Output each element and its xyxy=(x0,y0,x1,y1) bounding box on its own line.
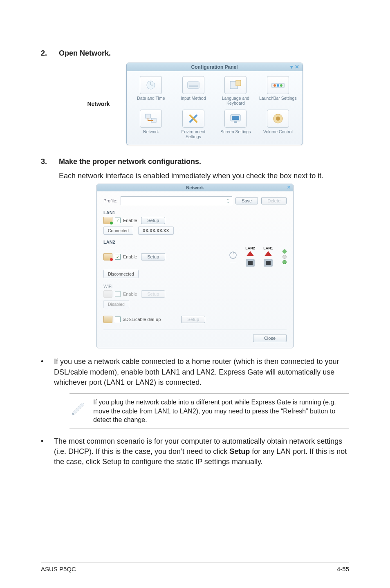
panel-label: Screen Settings xyxy=(220,129,251,134)
network-callout-label: Network xyxy=(87,101,110,107)
step-3-number: 3. xyxy=(41,157,59,166)
led-icon xyxy=(282,260,287,264)
panel-item-date-time[interactable]: Date and Time xyxy=(131,76,172,105)
delete-button[interactable]: Delete xyxy=(261,197,287,204)
svg-point-10 xyxy=(280,84,282,87)
lan1-enable-label: Enable xyxy=(123,218,137,223)
bullet-2-strong: Setup xyxy=(229,447,250,456)
lan1-ip: XX.XX.XX.XX xyxy=(138,227,174,235)
svg-marker-22 xyxy=(264,251,272,256)
launchbar-icon xyxy=(267,76,289,94)
profile-select[interactable] xyxy=(121,196,232,205)
configuration-panel-title: Configuration Panel xyxy=(191,64,238,70)
lan2-title: LAN2 xyxy=(103,240,287,245)
lan1-setup-button[interactable]: Setup xyxy=(141,217,165,224)
port-diagram: ―― LAN2 LAN1 xyxy=(229,246,287,267)
language-icon xyxy=(224,76,247,94)
wifi-title: WiFi xyxy=(103,284,287,289)
panel-item-language[interactable]: Language and Keyboard xyxy=(215,76,256,105)
clock-icon xyxy=(140,76,162,94)
close-button[interactable]: Close xyxy=(253,334,287,342)
footer-right: 4-55 xyxy=(337,566,349,572)
wifi-status: Disabled xyxy=(103,300,129,308)
panel-label: Environment Settings xyxy=(173,129,214,139)
step-3-title: Make the proper network configurations. xyxy=(59,157,201,166)
step-2-number: 2. xyxy=(41,49,59,58)
panel-label: Date and Time xyxy=(137,96,165,101)
refresh-icon[interactable] xyxy=(229,251,238,260)
callout-line xyxy=(110,104,126,104)
lan2-setup-button[interactable]: Setup xyxy=(141,253,165,260)
lan1-section: LAN1 ✓ Enable Setup Connected XX.XX.XX.X… xyxy=(103,210,287,235)
close-icon[interactable]: ✕ xyxy=(287,185,291,190)
tools-icon xyxy=(182,110,204,128)
note-text: If you plug the network cable into a dif… xyxy=(93,398,349,424)
step-2-heading: 2. Open Network. xyxy=(41,49,349,58)
svg-rect-3 xyxy=(188,82,199,88)
wifi-icon xyxy=(103,290,112,298)
dialup-setup-button: Setup xyxy=(181,316,205,323)
dialup-section: ✓ xDSL/cable dial-up Setup xyxy=(103,316,287,323)
step-2-title: Open Network. xyxy=(59,49,111,58)
svg-rect-11 xyxy=(146,114,150,118)
bullet-2: • The most common scenario is for your c… xyxy=(41,436,349,467)
lan2-section: LAN2 ✓ Enable Setup ―― xyxy=(103,240,287,278)
close-icon[interactable]: ✕ xyxy=(295,64,299,70)
svg-point-9 xyxy=(277,84,279,87)
lan2-status: Disconnected xyxy=(103,270,139,278)
profile-label: Profile: xyxy=(103,198,117,203)
nic-icon xyxy=(103,217,112,224)
wifi-enable-label: Enable xyxy=(123,292,137,296)
monitor-icon xyxy=(224,110,247,128)
svg-rect-14 xyxy=(232,116,239,120)
svg-point-17 xyxy=(276,117,280,121)
svg-rect-15 xyxy=(234,121,237,123)
page-footer: ASUS P5QC 4-55 xyxy=(41,563,349,572)
nic-icon xyxy=(103,253,112,260)
led-icon xyxy=(282,249,287,254)
svg-rect-4 xyxy=(189,85,198,87)
wifi-setup-button: Setup xyxy=(141,290,165,298)
port2-label: LAN2 xyxy=(245,246,255,250)
bullet-2-text: The most common scenario is for your com… xyxy=(54,436,349,467)
footer-left: ASUS P5QC xyxy=(41,566,76,572)
step-3-body: Each network interface is enabled immedi… xyxy=(59,171,349,181)
minimize-icon[interactable]: ▾ xyxy=(290,64,293,70)
panel-item-input-method[interactable]: Input Method xyxy=(173,76,214,105)
save-button[interactable]: Save xyxy=(235,197,258,204)
svg-marker-19 xyxy=(247,251,254,256)
panel-item-network[interactable]: Network xyxy=(131,110,172,139)
panel-label: LaunchBar Settings xyxy=(259,96,297,101)
panel-label: Volume Control xyxy=(263,129,293,134)
keyboard-icon xyxy=(182,76,204,94)
network-title-bar: Network ✕ xyxy=(97,184,293,191)
configuration-panel-titlebar: Configuration Panel ▾ ✕ xyxy=(127,63,303,71)
network-title: Network xyxy=(186,185,204,190)
panel-item-volume[interactable]: Volume Control xyxy=(258,110,298,139)
wifi-enable-checkbox[interactable]: ✓ xyxy=(115,291,121,297)
led-icon xyxy=(282,255,287,259)
panel-item-environment[interactable]: Environment Settings xyxy=(173,110,214,139)
svg-rect-24 xyxy=(266,261,271,265)
panel-label: Language and Keyboard xyxy=(215,96,256,105)
pencil-note-icon xyxy=(69,398,87,416)
dialup-checkbox[interactable]: ✓ xyxy=(115,316,121,322)
dialup-label: xDSL/cable dial-up xyxy=(123,317,161,322)
svg-point-18 xyxy=(230,252,236,258)
panel-item-launchbar[interactable]: LaunchBar Settings xyxy=(258,76,298,105)
port1-label: LAN1 xyxy=(263,246,273,250)
network-dialog: Network ✕ Profile: Save Delete LAN1 xyxy=(96,184,294,348)
panel-item-screen[interactable]: Screen Settings xyxy=(215,110,256,139)
lan2-enable-label: Enable xyxy=(123,254,137,259)
panel-label: Input Method xyxy=(181,96,206,101)
network-icon xyxy=(140,110,162,128)
lan1-enable-checkbox[interactable]: ✓ xyxy=(115,218,121,223)
panel-label: Network xyxy=(143,129,159,134)
svg-rect-6 xyxy=(236,80,241,86)
lan2-enable-checkbox[interactable]: ✓ xyxy=(115,254,121,260)
wifi-section: WiFi ✓ Enable Setup Disabled xyxy=(103,284,287,308)
bullet-1-text: If you use a network cable connected to … xyxy=(54,357,349,388)
spinner-icon xyxy=(226,198,230,203)
svg-rect-21 xyxy=(248,261,253,265)
bullet-1: • If you use a network cable connected t… xyxy=(41,357,349,388)
